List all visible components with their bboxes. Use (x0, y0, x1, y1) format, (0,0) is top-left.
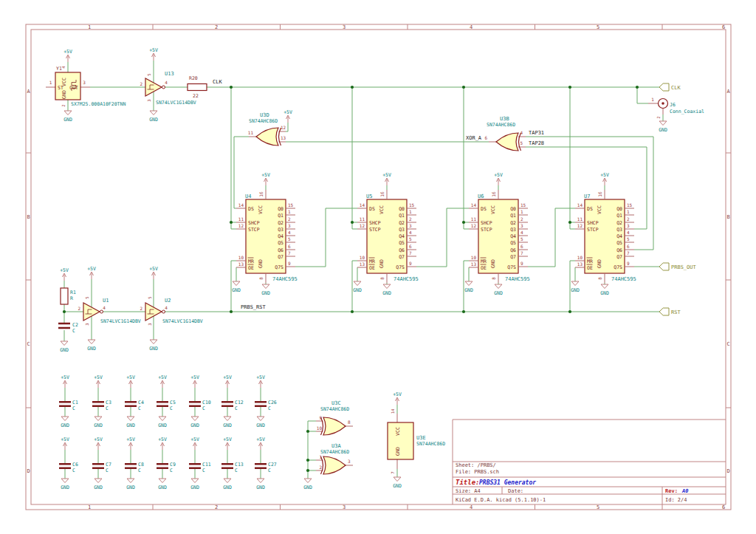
net-label-tap28[interactable]: TAP28 (529, 140, 544, 146)
power-flag-gnd[interactable]: GND (87, 340, 96, 352)
power-flag-gnd[interactable]: GND (303, 479, 312, 490)
ic-U6[interactable]: 14DS11SHCP12STCP10MR13OE15Q01Q12Q23Q34Q4… (462, 86, 530, 313)
xor-gate-u3b[interactable]: 6 4 5 U3B SN74AHC86D (484, 116, 526, 151)
capacitor-C12[interactable]: +5VGNDC12C (221, 374, 244, 428)
ic-u3e-power-unit[interactable]: VCC GND 14 7 U3E SN74AHC86D (388, 408, 445, 474)
capacitor-C9[interactable]: +5VGNDC9C (157, 437, 176, 490)
power-flag-gnd[interactable]: GND (261, 284, 270, 296)
p5v-label: +5V (494, 172, 503, 178)
power-flag-gnd[interactable]: GND (60, 341, 69, 353)
resistor-r20[interactable]: R20 22 (188, 75, 207, 99)
power-flag-5v[interactable]: +5V (158, 374, 167, 388)
power-flag-gnd[interactable]: GND (494, 284, 503, 296)
power-flag-5v[interactable]: +5V (190, 374, 199, 388)
power-flag-5v[interactable]: +5V (600, 172, 609, 185)
gnd-arrow-icon (191, 479, 199, 483)
power-flag-5v[interactable]: +5V (261, 172, 270, 185)
capacitor-C6[interactable]: +5VGNDC6C (59, 437, 78, 490)
ic-U5[interactable]: 14DS11SHCP12STCP10MR13OE15Q01Q12Q23Q34Q4… (351, 86, 419, 313)
oscillator-y1[interactable]: Y1 SX7M25.000A10F20TNN ST OUT VCC GND 1 … (46, 66, 126, 108)
power-flag-gnd[interactable]: GND (94, 417, 103, 428)
capacitor-C4[interactable]: +5VGNDC4C (125, 374, 144, 428)
power-flag-5v[interactable]: +5V (149, 266, 158, 279)
capacitor-C8[interactable]: +5VGNDC8C (125, 437, 144, 490)
power-flag-5v[interactable]: +5V (382, 172, 391, 185)
power-flag-5v[interactable]: +5V (393, 391, 402, 405)
power-flag-5v[interactable]: +5V (284, 109, 292, 123)
power-flag-gnd[interactable]: GND (190, 417, 199, 428)
power-flag-gnd[interactable]: GND (190, 479, 199, 490)
power-flag-gnd[interactable]: GND (464, 281, 473, 293)
net-label-prbsrst[interactable]: PRBS_RST (241, 304, 267, 310)
power-flag-gnd[interactable]: GND (158, 479, 167, 490)
power-flag-5v[interactable]: +5V (158, 437, 167, 450)
xor-gate-u3c[interactable]: 9 10 8 U3C SN74AHC86D (316, 400, 353, 436)
power-flag-5v[interactable]: +5V (494, 172, 503, 185)
power-flag-5v[interactable]: +5V (149, 47, 158, 61)
capacitor-C3[interactable]: +5VGNDC3C (92, 374, 111, 428)
schematic-canvas[interactable]: 1 2 3 4 5 6 1 2 3 4 5 6 A B C D A B C D … (0, 0, 756, 534)
power-flag-gnd[interactable]: GND (61, 479, 69, 490)
power-flag-5v[interactable]: +5V (94, 374, 103, 388)
power-flag-5v[interactable]: +5V (256, 374, 265, 388)
capacitor-C5[interactable]: +5VGNDC5C (157, 374, 176, 428)
connector-j6[interactable]: 1 2 J6 Conn_Coaxial (648, 97, 704, 119)
wire-net-xora[interactable] (234, 137, 489, 208)
capacitor-C10[interactable]: +5VGNDC10C (189, 374, 211, 428)
xor-gate-u3a[interactable]: 1 2 3 U3A SN74AHC86D (316, 443, 353, 475)
power-flag-gnd[interactable]: GND (126, 417, 135, 428)
power-flag-gnd[interactable]: GND (223, 417, 232, 428)
power-flag-5v[interactable]: +5V (61, 374, 69, 388)
power-flag-gnd[interactable]: GND (382, 284, 391, 296)
power-flag-5v[interactable]: +5V (190, 437, 199, 450)
power-flag-gnd[interactable]: GND (61, 417, 69, 428)
capacitor-c2[interactable]: C2 C (58, 322, 78, 334)
net-label-clk[interactable]: CLK (213, 79, 222, 85)
power-flag-5v[interactable]: +5V (223, 437, 232, 450)
power-flag-gnd[interactable]: GND (353, 281, 362, 293)
net-label-xora[interactable]: XOR_A (466, 135, 482, 141)
pin-number: 8 (491, 277, 496, 280)
power-flag-gnd[interactable]: GND (256, 479, 265, 490)
ic-value: 74AHC595 (272, 276, 298, 282)
capacitor-C27[interactable]: +5VGNDC27C (255, 437, 277, 490)
power-flag-gnd[interactable]: GND (126, 479, 135, 490)
power-flag-gnd[interactable]: GND (63, 111, 72, 123)
capacitor-C13[interactable]: +5VGNDC13C (221, 437, 244, 490)
hier-label-prbsout[interactable]: PRBS_OUT (659, 263, 697, 270)
capacitor-C26[interactable]: +5VGNDC26C (255, 374, 277, 428)
power-flag-5v[interactable]: +5V (126, 437, 135, 450)
capacitor-C7[interactable]: +5VGNDC7C (92, 437, 111, 490)
hier-label-clk[interactable]: CLK (659, 83, 681, 91)
power-flag-5v[interactable]: +5V (94, 437, 103, 450)
power-flag-gnd[interactable]: GND (571, 281, 580, 293)
power-flag-gnd[interactable]: GND (256, 417, 265, 428)
power-flag-gnd[interactable]: GND (149, 340, 158, 352)
ic-U7[interactable]: 14DS11SHCP12STCP10MR13OE15Q01Q12Q23Q34Q4… (568, 86, 636, 313)
power-flag-gnd[interactable]: GND (149, 111, 158, 123)
inverter-u1[interactable]: U1 SN74LVC1G14DBV 2 4 5 3 (78, 296, 140, 325)
power-flag-gnd[interactable]: GND (94, 479, 103, 490)
capacitor-C11[interactable]: +5VGNDC11C (189, 437, 211, 490)
pin-number: 12 (471, 223, 477, 228)
power-flag-5v[interactable]: +5V (60, 267, 69, 281)
power-flag-gnd[interactable]: GND (600, 284, 609, 296)
gnd-arrow-icon (257, 479, 264, 483)
power-flag-gnd[interactable]: GND (659, 121, 667, 133)
capacitor-C1[interactable]: +5VGNDC1C (59, 374, 78, 428)
power-flag-gnd[interactable]: GND (158, 417, 167, 428)
power-flag-5v[interactable]: +5V (223, 374, 232, 388)
power-flag-gnd[interactable]: GND (223, 479, 232, 490)
resistor-r1[interactable]: R1 R (61, 288, 76, 304)
power-flag-gnd[interactable]: GND (393, 477, 402, 489)
power-flag-5v[interactable]: +5V (61, 437, 69, 450)
power-flag-5v[interactable]: +5V (126, 374, 135, 388)
power-flag-5v[interactable]: +5V (256, 437, 265, 450)
inverter-u2[interactable]: U2 SN74LVC1G14DBV 2 4 5 3 (140, 296, 202, 325)
power-flag-gnd[interactable]: GND (232, 281, 241, 293)
net-label-tap31[interactable]: TAP31 (529, 130, 544, 136)
power-flag-5v[interactable]: +5V (63, 49, 72, 62)
hier-label-rst[interactable]: RST (659, 308, 681, 315)
power-flag-5v[interactable]: +5V (87, 266, 96, 279)
xor-gate-u3d[interactable]: 11 12 13 U3D SN74AHC86D (248, 112, 286, 146)
